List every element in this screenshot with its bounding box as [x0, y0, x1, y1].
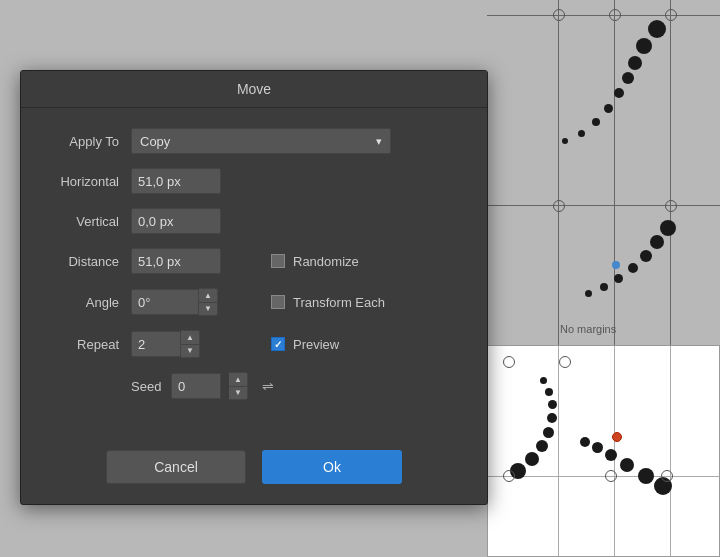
no-margins-label: No margins: [560, 323, 616, 335]
apply-to-select[interactable]: Copy ▾: [131, 128, 391, 154]
dot: [578, 130, 585, 137]
dot-hollow-panel: [503, 356, 515, 368]
canvas-panel-bottom: [487, 345, 720, 557]
dialog-body: Apply To Copy ▾ Horizontal Vertical Dist…: [21, 108, 487, 434]
seed-spinner: ▲ ▼: [229, 372, 248, 400]
repeat-up-button[interactable]: ▲: [181, 331, 199, 344]
dot: [622, 72, 634, 84]
dot-panel: [536, 440, 548, 452]
dot-panel: [638, 468, 654, 484]
randomize-label: Randomize: [293, 254, 359, 269]
seed-label: Seed: [131, 379, 171, 394]
dot: [628, 263, 638, 273]
dot-hollow-panel: [605, 470, 617, 482]
angle-input[interactable]: [131, 289, 199, 315]
chevron-down-icon: ▾: [376, 135, 382, 148]
blue-dot: [612, 261, 620, 269]
vertical-input[interactable]: [131, 208, 221, 234]
guide-line-v3: [670, 0, 671, 345]
dot: [648, 20, 666, 38]
horizontal-row: Horizontal: [51, 168, 457, 194]
dot-hollow: [553, 200, 565, 212]
dot-hollow: [665, 9, 677, 21]
shuffle-icon[interactable]: ⇌: [256, 374, 280, 398]
dot: [562, 138, 568, 144]
horizontal-input[interactable]: [131, 168, 221, 194]
distance-left: Distance: [51, 248, 271, 274]
seed-input[interactable]: [171, 373, 221, 399]
dot-panel: [605, 449, 617, 461]
dot-hollow: [553, 9, 565, 21]
angle-row: Angle ▲ ▼ Transform Each: [51, 288, 457, 316]
dot: [604, 104, 613, 113]
seed-wrapper: ▲ ▼ ⇌: [171, 372, 280, 400]
preview-option: Preview: [271, 337, 339, 352]
seed-down-button[interactable]: ▼: [229, 386, 247, 399]
angle-down-button[interactable]: ▼: [199, 302, 217, 315]
horizontal-label: Horizontal: [51, 174, 131, 189]
randomize-option: Randomize: [271, 254, 359, 269]
repeat-down-button[interactable]: ▼: [181, 344, 199, 357]
angle-wrapper: ▲ ▼: [131, 288, 218, 316]
distance-row: Distance Randomize: [51, 248, 457, 274]
randomize-checkbox[interactable]: [271, 254, 285, 268]
vertical-row: Vertical: [51, 208, 457, 234]
dialog-footer: Cancel Ok: [21, 434, 487, 504]
dot-hollow: [609, 9, 621, 21]
dot-panel: [543, 427, 554, 438]
dot: [640, 250, 652, 262]
dot: [650, 235, 664, 249]
apply-to-row: Apply To Copy ▾: [51, 128, 457, 154]
dot-hollow: [665, 200, 677, 212]
dot-hollow-panel: [559, 356, 571, 368]
vertical-label: Vertical: [51, 214, 131, 229]
dot-panel: [545, 388, 553, 396]
dot: [614, 274, 623, 283]
panel-vline1: [558, 346, 559, 556]
cancel-button[interactable]: Cancel: [106, 450, 246, 484]
dot-panel: [540, 377, 547, 384]
red-dot: [612, 432, 622, 442]
angle-label: Angle: [51, 295, 131, 310]
dot: [600, 283, 608, 291]
preview-label: Preview: [293, 337, 339, 352]
dot-hollow-panel: [661, 470, 673, 482]
guide-line-v1: [558, 0, 559, 345]
ok-button[interactable]: Ok: [262, 450, 402, 484]
dot-panel: [620, 458, 634, 472]
guide-line-h2: [487, 205, 720, 206]
distance-input[interactable]: [131, 248, 221, 274]
repeat-spinner: ▲ ▼: [181, 330, 200, 358]
repeat-label: Repeat: [51, 337, 131, 352]
dot: [660, 220, 676, 236]
dot-panel: [547, 413, 557, 423]
dot: [628, 56, 642, 70]
angle-up-button[interactable]: ▲: [199, 289, 217, 302]
dialog-title: Move: [21, 71, 487, 108]
repeat-input[interactable]: [131, 331, 181, 357]
transform-each-option: Transform Each: [271, 295, 385, 310]
panel-vline3: [670, 346, 671, 556]
seed-up-button[interactable]: ▲: [229, 373, 247, 386]
dot-panel: [580, 437, 590, 447]
dot: [585, 290, 592, 297]
apply-to-value: Copy: [140, 134, 170, 149]
dot-panel: [592, 442, 603, 453]
dot: [592, 118, 600, 126]
preview-checkbox[interactable]: [271, 337, 285, 351]
angle-spinner: ▲ ▼: [199, 288, 218, 316]
repeat-row: Repeat ▲ ▼ Preview: [51, 330, 457, 358]
dot-hollow-panel: [503, 470, 515, 482]
guide-line-h1: [487, 15, 720, 16]
dot: [614, 88, 624, 98]
move-dialog: Move Apply To Copy ▾ Horizontal Vertical…: [20, 70, 488, 505]
transform-each-label: Transform Each: [293, 295, 385, 310]
transform-each-checkbox[interactable]: [271, 295, 285, 309]
apply-to-label: Apply To: [51, 134, 131, 149]
dot: [636, 38, 652, 54]
dot-panel: [548, 400, 557, 409]
repeat-wrapper: ▲ ▼: [131, 330, 200, 358]
angle-left: Angle ▲ ▼: [51, 288, 271, 316]
repeat-left: Repeat ▲ ▼: [51, 330, 271, 358]
seed-row: Seed ▲ ▼ ⇌: [51, 372, 457, 400]
